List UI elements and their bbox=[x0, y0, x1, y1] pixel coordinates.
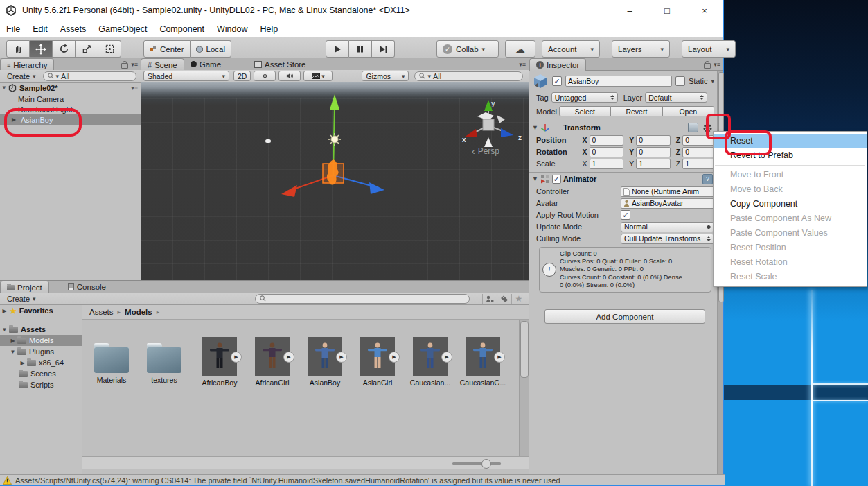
slider-thumb[interactable] bbox=[481, 459, 491, 469]
menu-item-paste-component-as-new[interactable]: Paste Component As New bbox=[714, 211, 867, 226]
hand-tool-button[interactable] bbox=[6, 40, 30, 58]
step-button[interactable] bbox=[372, 40, 395, 58]
fold-open-icon[interactable]: ▼ bbox=[0, 349, 17, 355]
scene-search-input[interactable]: ▾ All bbox=[414, 71, 523, 81]
expand-model-icon[interactable]: ▶ bbox=[441, 352, 452, 363]
fold-closed-icon[interactable]: ▶ bbox=[0, 338, 17, 344]
menu-edit[interactable]: Edit bbox=[26, 24, 54, 34]
expand-model-icon[interactable]: ▶ bbox=[494, 352, 505, 363]
panel-menu-icon[interactable]: ▾≡ bbox=[519, 61, 526, 68]
scene-tab[interactable]: #Scene bbox=[141, 58, 184, 71]
pivot-toggle-button[interactable]: Center bbox=[143, 40, 191, 58]
fold-open-icon[interactable]: ▼ bbox=[0, 327, 9, 333]
maximize-button[interactable]: □ bbox=[659, 6, 675, 16]
expand-model-icon[interactable]: ▶ bbox=[231, 352, 242, 363]
menu-help[interactable]: Help bbox=[254, 24, 284, 34]
thumbnail-size-slider[interactable] bbox=[452, 462, 501, 465]
asset-item-africangirl[interactable]: ▶ AfricanGirl bbox=[246, 336, 299, 387]
console-tab[interactable]: Console bbox=[62, 281, 112, 293]
help-icon[interactable]: ? bbox=[702, 174, 713, 184]
asset-item-caucasiangirl[interactable]: ▶ CaucasianG... bbox=[457, 336, 509, 387]
minimize-button[interactable]: – bbox=[621, 6, 638, 16]
menu-item-move-to-front[interactable]: Move to Front bbox=[714, 168, 867, 182]
asset-store-tab[interactable]: Asset Store bbox=[248, 58, 312, 70]
gameobject-cube-icon[interactable] bbox=[532, 73, 549, 89]
persp-toggle[interactable]: ‹ Persp bbox=[472, 146, 499, 157]
search-by-type-icon[interactable] bbox=[482, 294, 497, 304]
collab-dropdown[interactable]: ✓ Collab ▾ bbox=[436, 40, 499, 58]
tree-x86-64[interactable]: ▶ x86_64 bbox=[0, 357, 82, 368]
scale-x-field[interactable]: 1 bbox=[590, 159, 624, 169]
play-button[interactable] bbox=[326, 40, 349, 58]
menu-item-reset[interactable]: Reset bbox=[714, 134, 867, 148]
model-select-button[interactable]: Select bbox=[559, 106, 611, 116]
expand-model-icon[interactable]: ▶ bbox=[336, 352, 347, 363]
fold-open-icon[interactable]: ▼ bbox=[532, 175, 538, 182]
culling-mode-dropdown[interactable]: Cull Update Transforms bbox=[621, 234, 714, 244]
rotate-tool-button[interactable] bbox=[53, 40, 76, 58]
scale-tool-button[interactable] bbox=[76, 40, 98, 58]
menu-item-copy-component[interactable]: Copy Component bbox=[714, 197, 867, 211]
asset-item-asiangirl[interactable]: ▶ AsianGirl bbox=[351, 336, 404, 387]
layer-dropdown[interactable]: Default bbox=[645, 92, 707, 103]
update-mode-dropdown[interactable]: Normal bbox=[621, 222, 714, 232]
breadcrumb-assets[interactable]: Assets bbox=[89, 308, 114, 316]
menu-item-revert-to-prefab[interactable]: Revert to Prefab bbox=[714, 148, 867, 163]
fold-closed-icon[interactable]: ▶ bbox=[0, 116, 18, 123]
search-filter-caret-icon[interactable]: ▾ bbox=[427, 73, 431, 80]
hierarchy-search-input[interactable]: ▾ All bbox=[43, 71, 136, 81]
gameobject-name-field[interactable]: AsianBoy bbox=[565, 76, 672, 87]
animator-header[interactable]: ▼ ✓ Animator ? bbox=[529, 172, 717, 185]
project-create-button[interactable]: Create▾ bbox=[3, 294, 40, 303]
apply-root-motion-checkbox[interactable]: ✓ bbox=[621, 210, 630, 220]
model-open-button[interactable]: Open bbox=[663, 106, 714, 116]
menu-gameobject[interactable]: GameObject bbox=[92, 24, 153, 34]
static-dropdown-icon[interactable]: ▾ bbox=[711, 78, 714, 85]
favorites-star-icon[interactable]: ★ bbox=[511, 294, 526, 304]
project-tab[interactable]: Project bbox=[0, 281, 49, 293]
project-search-input[interactable] bbox=[255, 294, 470, 304]
position-y-field[interactable]: 0 bbox=[636, 135, 671, 146]
tree-favorites[interactable]: ▶ ★ Favorites bbox=[0, 305, 82, 316]
shaded-dropdown[interactable]: Shaded▾ bbox=[143, 71, 229, 81]
hierarchy-item-directional-light[interactable]: Directional Light bbox=[0, 104, 141, 114]
menu-item-reset-scale[interactable]: Reset Scale bbox=[714, 270, 867, 284]
rect-tool-button[interactable] bbox=[98, 40, 121, 58]
expand-model-icon[interactable]: ▶ bbox=[283, 352, 294, 363]
menu-file[interactable]: File bbox=[0, 24, 26, 34]
game-tab[interactable]: Game bbox=[184, 58, 227, 70]
inspector-tab[interactable]: i Inspector bbox=[529, 58, 586, 71]
fold-closed-icon[interactable]: ▶ bbox=[0, 308, 9, 314]
menu-item-reset-position[interactable]: Reset Position bbox=[714, 241, 867, 255]
presets-icon[interactable] bbox=[688, 123, 698, 132]
scale-z-field[interactable]: 1 bbox=[682, 159, 714, 169]
avatar-object-field[interactable]: AsianBoyAvatar bbox=[621, 198, 714, 209]
status-bar[interactable]: Assets/Scripts/NtUnity.cs(574,24): warni… bbox=[0, 474, 725, 485]
tree-models[interactable]: ▶ Models bbox=[0, 335, 82, 346]
asset-item-asianboy[interactable]: ▶ AsianBoy bbox=[299, 336, 351, 387]
position-x-field[interactable]: 0 bbox=[590, 135, 624, 146]
menu-item-move-to-back[interactable]: Move to Back bbox=[714, 182, 867, 197]
fold-closed-icon[interactable]: ▶ bbox=[0, 360, 27, 366]
scene-viewport[interactable]: y x z ‹ Persp bbox=[141, 82, 529, 281]
scale-y-field[interactable]: 1 bbox=[636, 159, 671, 169]
transform-header[interactable]: ▼ Transform bbox=[529, 121, 717, 134]
panel-menu-icon[interactable]: ▾≡ bbox=[714, 61, 720, 68]
title-bar[interactable]: Unity 5.6.2f1 Personal (64bit) - Sample0… bbox=[0, 0, 723, 21]
gizmos-dropdown[interactable]: Gizmos▾ bbox=[362, 71, 409, 81]
breadcrumb-models[interactable]: Models bbox=[125, 308, 152, 316]
scene-menu-icon[interactable]: ▾≡ bbox=[131, 85, 141, 92]
asset-item-caucasianboy[interactable]: ▶ Caucasian... bbox=[404, 336, 457, 387]
expand-model-icon[interactable]: ▶ bbox=[389, 352, 400, 363]
fold-open-icon[interactable]: ▼ bbox=[532, 124, 538, 131]
menu-assets[interactable]: Assets bbox=[54, 24, 93, 34]
tag-dropdown[interactable]: Untagged bbox=[551, 92, 618, 103]
menu-window[interactable]: Window bbox=[211, 24, 254, 34]
asset-item-africanboy[interactable]: ▶ AfricanBoy bbox=[193, 336, 246, 387]
space-toggle-button[interactable]: Local bbox=[191, 40, 232, 58]
tree-assets[interactable]: ▼ Assets bbox=[0, 324, 82, 335]
add-component-button[interactable]: Add Component bbox=[544, 309, 705, 324]
panel-menu-icon[interactable]: ▾≡ bbox=[131, 61, 138, 68]
hierarchy-tab[interactable]: ≡ Hierarchy bbox=[0, 58, 54, 71]
rotation-y-field[interactable]: 0 bbox=[636, 147, 671, 157]
